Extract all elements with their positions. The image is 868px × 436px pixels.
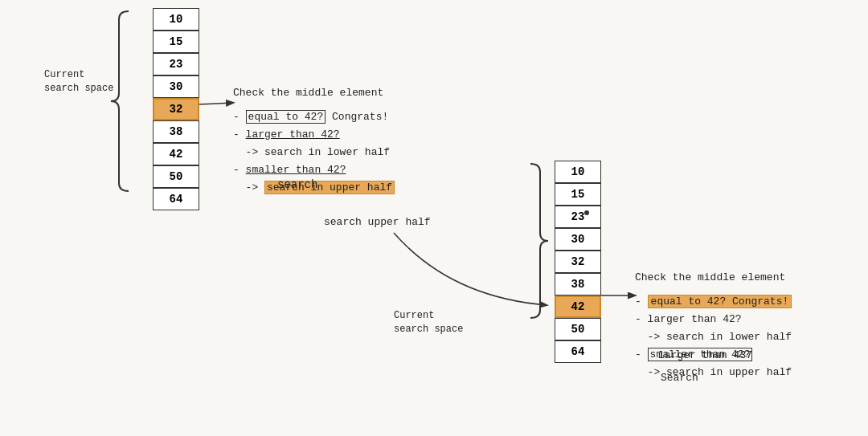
left-line3: -> search in lower half [233, 144, 395, 161]
right-brace-label: Currentsearch space [394, 309, 463, 336]
left-check-label: Check the middle element [233, 84, 395, 102]
right-cell-7: 50 [555, 318, 601, 340]
left-cell-5: 38 [153, 120, 199, 143]
left-cell-1: 15 [153, 31, 199, 53]
right-line2: - larger than 42? [635, 311, 792, 328]
right-cell-5: 38 [555, 273, 601, 295]
right-cell-8: 64 [555, 340, 601, 363]
right-cell-2: 23 [555, 206, 601, 228]
left-cell-6: 42 [153, 143, 199, 165]
search-label: search [277, 176, 317, 195]
svg-line-0 [199, 103, 233, 104]
left-cell-3: 30 [153, 75, 199, 98]
right-line1: - equal to 42? Congrats! [635, 293, 792, 311]
right-line5: -> search in upper half [635, 364, 792, 381]
left-cell-7: 50 [153, 165, 199, 188]
right-annotation: Check the middle element - equal to 42? … [635, 269, 792, 382]
right-check-label: Check the middle element [635, 269, 792, 287]
left-line2: - larger than 42? [233, 126, 395, 144]
left-cell-0: 10 [153, 8, 199, 31]
right-cell-3: 30 [555, 228, 601, 251]
right-cell-0: 10 [555, 161, 601, 183]
larger-than-label: larger than 437 [658, 347, 752, 365]
left-line1: - equal to 42? Congrats! [233, 108, 395, 126]
search-upper-half-label: search upper half [324, 214, 431, 231]
left-cell-8: 64 [153, 188, 199, 210]
left-brace-label: Currentsearch space [44, 68, 113, 96]
right-cell-6-highlighted: 42 [555, 295, 601, 318]
search-bottom-label: Search [661, 369, 698, 387]
left-cell-4-highlighted: 32 [153, 98, 199, 120]
right-cell-1: 15 [555, 183, 601, 206]
binary-search-diagram: 10 15 23 30 32 38 42 50 64 10 15 23 30 3… [0, 0, 868, 436]
right-array: 10 15 23 30 32 38 42 50 64 [555, 161, 601, 363]
right-cell-4: 32 [555, 251, 601, 273]
left-array: 10 15 23 30 32 38 42 50 64 [153, 8, 199, 210]
right-line3: -> search in lower half [635, 328, 792, 346]
left-cell-2: 23 [153, 53, 199, 75]
